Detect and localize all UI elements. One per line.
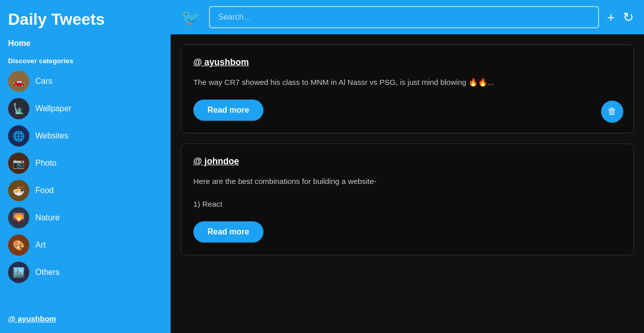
websites-avatar: 🌐 bbox=[8, 125, 29, 147]
wallpaper-avatar: 🗽 bbox=[8, 98, 29, 119]
sidebar-item-others[interactable]: 🏙️ Others bbox=[8, 261, 163, 284]
photo-label: Photo bbox=[35, 159, 57, 168]
sidebar: Daily Tweets Home Discover categories 🚗 … bbox=[0, 0, 171, 333]
sidebar-item-nature[interactable]: 🌄 Nature bbox=[8, 206, 163, 229]
delete-button-0[interactable]: 🗑 bbox=[601, 101, 623, 123]
tweet-actions-0: Read more 🗑 bbox=[193, 100, 621, 121]
refresh-button[interactable]: ↻ bbox=[623, 10, 634, 25]
discover-label: Discover categories bbox=[8, 57, 163, 65]
main-area: 🐦 + ↻ @ ayushbom The way CR7 showed his … bbox=[171, 0, 644, 333]
food-avatar: 🍜 bbox=[8, 180, 29, 201]
nature-avatar: 🌄 bbox=[8, 207, 29, 228]
sidebar-item-art[interactable]: 🎨 Art bbox=[8, 233, 163, 257]
art-label: Art bbox=[35, 241, 45, 250]
tweet-feed: @ ayushbom The way CR7 showed his class … bbox=[171, 34, 644, 333]
tweet-username-1: @ johndoe bbox=[193, 156, 239, 167]
tweet-card-1: @ johndoe Here are the best combinations… bbox=[181, 144, 634, 255]
read-more-button-1[interactable]: Read more bbox=[193, 221, 263, 243]
add-button[interactable]: + bbox=[607, 10, 615, 25]
read-more-button-0[interactable]: Read more bbox=[193, 100, 263, 121]
others-avatar: 🏙️ bbox=[8, 262, 29, 283]
art-avatar: 🎨 bbox=[8, 234, 29, 256]
category-list: 🚗 Cars 🗽 Wallpaper 🌐 Websites 📷 Photo 🍜 … bbox=[8, 70, 163, 288]
websites-label: Websites bbox=[35, 131, 69, 140]
cars-avatar: 🚗 bbox=[8, 71, 29, 92]
sidebar-item-photo[interactable]: 📷 Photo bbox=[8, 152, 163, 175]
tweet-actions-1: Read more bbox=[193, 221, 621, 243]
sidebar-item-websites[interactable]: 🌐 Websites bbox=[8, 124, 163, 148]
search-input[interactable] bbox=[209, 6, 599, 28]
header: 🐦 + ↻ bbox=[171, 0, 644, 34]
sidebar-home[interactable]: Home bbox=[8, 39, 163, 48]
food-label: Food bbox=[35, 186, 53, 195]
tweet-card-0: @ ayushbom The way CR7 showed his class … bbox=[181, 44, 634, 133]
twitter-bird-icon: 🐦 bbox=[181, 8, 201, 27]
sidebar-user[interactable]: @ ayushbom bbox=[8, 314, 163, 323]
sidebar-item-wallpaper[interactable]: 🗽 Wallpaper bbox=[8, 97, 163, 120]
sidebar-item-cars[interactable]: 🚗 Cars bbox=[8, 70, 163, 93]
tweet-text-0: The way CR7 showed his class to MNM in A… bbox=[193, 77, 621, 88]
others-label: Others bbox=[35, 268, 60, 277]
tweet-text-1: Here are the best combinations for build… bbox=[193, 176, 621, 210]
sidebar-item-food[interactable]: 🍜 Food bbox=[8, 179, 163, 202]
nature-label: Nature bbox=[35, 213, 60, 222]
tweet-username-0: @ ayushbom bbox=[193, 57, 249, 68]
app-title: Daily Tweets bbox=[8, 10, 163, 29]
photo-avatar: 📷 bbox=[8, 153, 29, 174]
wallpaper-label: Wallpaper bbox=[35, 104, 71, 113]
cars-label: Cars bbox=[35, 77, 52, 86]
